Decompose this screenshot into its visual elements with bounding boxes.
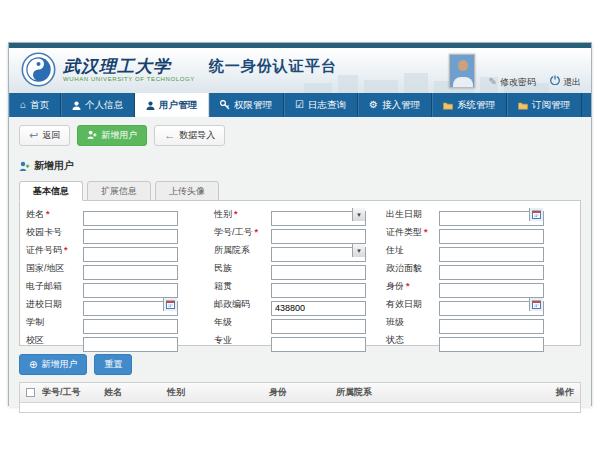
section-title: 新增用户	[19, 159, 581, 173]
nav-item-user-management[interactable]: 用户管理	[135, 93, 209, 117]
users-table-header: 学号/工号 姓名 性别 身份 所属院系 操作	[20, 383, 580, 403]
political-status-field	[439, 261, 544, 276]
nav-item-permission-management[interactable]: 权限管理	[209, 93, 284, 117]
campus-card-field	[83, 225, 178, 240]
reset-button[interactable]: 重置	[94, 354, 132, 375]
university-name-block: 武汉理工大学 WUHAN UNIVERSITY OF TECHNOLOGY	[63, 57, 195, 83]
users-table: 学号/工号 姓名 性别 身份 所属院系 操作	[19, 382, 581, 413]
col-name: 姓名	[100, 386, 163, 399]
users-table-empty-body	[20, 403, 580, 412]
home-icon: ⌂	[20, 100, 26, 110]
grade-field	[271, 315, 366, 330]
address-field	[439, 243, 544, 258]
email-field	[83, 279, 178, 294]
content-area: ↩ 返回 新增用户 ← 数据导入 新增用户 基本信息 扩展信息 上传头	[9, 117, 591, 407]
power-icon	[550, 75, 560, 88]
platform-title: 统一身份认证平台	[209, 57, 337, 76]
nav-item-profile[interactable]: 个人信息	[61, 93, 135, 117]
ethnicity-field	[271, 261, 366, 276]
header: 武汉理工大学 WUHAN UNIVERSITY OF TECHNOLOGY 统一…	[9, 48, 591, 93]
form-row: 电子邮箱 籍贯 身份*	[26, 279, 574, 294]
valid-date-field	[439, 297, 544, 312]
key-icon	[220, 100, 230, 110]
university-name: 武汉理工大学	[63, 57, 195, 76]
form-actions: ⊕ 新增用户 重置	[19, 354, 581, 375]
change-password-label: 修改密码	[500, 76, 536, 88]
header-right: ✎ 修改密码 退出	[449, 54, 581, 88]
name-field	[83, 207, 178, 222]
university-logo-icon	[21, 52, 56, 87]
chevron-down-icon[interactable]: ▼	[352, 208, 365, 221]
col-student-id: 学号/工号	[38, 386, 100, 399]
submit-add-user-button[interactable]: ⊕ 新增用户	[19, 354, 87, 375]
nav-item-subscription-management[interactable]: 订阅管理	[507, 93, 582, 117]
form-tabs: 基本信息 扩展信息 上传头像	[19, 181, 581, 201]
user-manage-icon	[146, 101, 155, 110]
brand: 武汉理工大学 WUHAN UNIVERSITY OF TECHNOLOGY 统一…	[21, 52, 337, 87]
logout-link[interactable]: 退出	[550, 75, 581, 88]
log-check-icon: ☑	[295, 100, 304, 110]
form-row: 校区 专业 状态	[26, 333, 574, 348]
form-row: 证件号码* 所属院系 ▼ 住址	[26, 243, 574, 258]
gear-icon: ⚙	[369, 100, 378, 110]
nav-item-system-management[interactable]: 系统管理	[432, 93, 507, 117]
form-row: 进校日期 邮政编码 有效日期	[26, 297, 574, 312]
logout-label: 退出	[563, 76, 581, 88]
plus-circle-icon: ⊕	[29, 359, 37, 370]
nav-item-home[interactable]: ⌂ 首页	[9, 93, 61, 117]
back-button[interactable]: ↩ 返回	[19, 125, 70, 146]
add-user-icon	[87, 130, 97, 142]
toolbar: ↩ 返回 新增用户 ← 数据导入	[19, 125, 581, 146]
form-row: 校园卡号 学号/工号* 证件类型*	[26, 225, 574, 240]
chevron-down-icon[interactable]: ▼	[352, 244, 365, 257]
major-field	[271, 333, 366, 348]
folder-icon	[443, 101, 453, 110]
id-number-field	[83, 243, 178, 258]
data-import-button[interactable]: ← 数据导入	[154, 125, 225, 146]
native-place-field	[271, 279, 366, 294]
tab-upload-avatar[interactable]: 上传头像	[155, 181, 219, 201]
id-type-field	[439, 225, 544, 240]
back-arrow-icon: ↩	[29, 130, 38, 141]
nav-item-access-management[interactable]: ⚙ 接入管理	[358, 93, 432, 117]
select-all-checkbox[interactable]	[26, 388, 35, 397]
country-region-field	[83, 261, 178, 276]
person-icon	[72, 101, 81, 110]
add-user-section-icon	[19, 161, 30, 172]
class-field	[439, 315, 544, 330]
calendar-icon[interactable]	[529, 298, 543, 311]
entry-date-field	[83, 297, 178, 312]
col-operations: 操作	[552, 386, 580, 399]
tab-basic-info[interactable]: 基本信息	[19, 181, 83, 201]
postal-code-field	[271, 297, 366, 312]
study-duration-field	[83, 315, 178, 330]
nav-item-log-query[interactable]: ☑ 日志查询	[284, 93, 358, 117]
birth-date-field	[439, 207, 544, 222]
calendar-icon[interactable]	[163, 298, 177, 311]
app-window: 武汉理工大学 WUHAN UNIVERSITY OF TECHNOLOGY 统一…	[8, 42, 592, 406]
student-id-field	[271, 225, 366, 240]
gender-select: ▼	[271, 207, 366, 222]
add-user-toolbar-button[interactable]: 新增用户	[77, 125, 147, 146]
user-avatar[interactable]	[449, 54, 475, 88]
change-password-link[interactable]: ✎ 修改密码	[489, 76, 536, 88]
main-navigation: ⌂ 首页 个人信息 用户管理 权限管理 ☑ 日志查询 ⚙ 接入管理	[9, 93, 591, 117]
tab-extended-info[interactable]: 扩展信息	[87, 181, 151, 201]
folder-icon	[518, 101, 528, 110]
col-identity: 身份	[265, 386, 332, 399]
form-row: 学制 年级 班级	[26, 315, 574, 330]
department-select: ▼	[271, 243, 366, 258]
pencil-icon: ✎	[489, 76, 497, 88]
form-row: 国家/地区 民族 政治面貌	[26, 261, 574, 276]
col-gender: 性别	[163, 386, 265, 399]
status-field	[439, 333, 544, 348]
basic-info-form: 姓名* 性别* ▼ 出生日期 校园卡号 学号/工号* 证件类型* 证件号码* 所…	[19, 200, 581, 346]
campus-field	[83, 333, 178, 348]
form-row: 姓名* 性别* ▼ 出生日期	[26, 207, 574, 222]
col-department: 所属院系	[332, 386, 552, 399]
calendar-icon[interactable]	[529, 208, 543, 221]
university-name-en: WUHAN UNIVERSITY OF TECHNOLOGY	[63, 76, 195, 83]
import-arrow-icon: ←	[164, 130, 175, 141]
identity-field	[439, 279, 544, 294]
